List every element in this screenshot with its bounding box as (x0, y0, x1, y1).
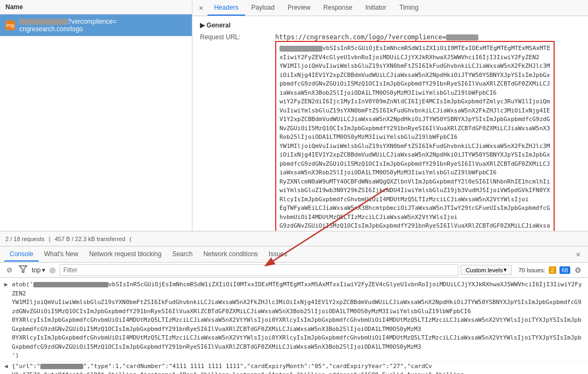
bottom-panel-close-button[interactable]: × (573, 250, 584, 259)
bottom-tab-console[interactable]: Console (4, 248, 39, 262)
tab-headers[interactable]: Headers (207, 1, 245, 16)
item-url: ?vercomplience= cngresearch.com/logo (19, 18, 117, 33)
bottom-tab-issues[interactable]: Issues (263, 248, 293, 262)
request-url-short: https://cngresearch.com/logo/?vercomplie… (275, 33, 580, 41)
console-text-2: {"url":"","type":1,"cardNumber":"4111 11… (12, 362, 584, 375)
console-line-1: ▶ atob('vbSIsInR5cGUiOjEsImNhcmRSdW1iZXI… (0, 280, 588, 362)
bottom-tabs-bar: Console What's New Network request block… (0, 246, 588, 263)
bottom-tab-whats-new[interactable]: What's New (39, 248, 84, 262)
bottom-tab-network-conditions[interactable]: Network conditions (198, 248, 263, 262)
blue-badge: 68 (560, 266, 570, 274)
tab-payload[interactable]: Payload (245, 1, 281, 16)
transferred-size: 457 B / 22.3 kB transferred (55, 236, 125, 242)
expand-icon-1[interactable]: ▶ (4, 280, 10, 290)
request-url-long-box: vbSIsInR5cGUiOjEsImNhcmRSdW1iZXIiOiI0MTE… (275, 41, 555, 231)
console-filter-input[interactable] (60, 264, 459, 276)
request-url-value: https://cngresearch.com/logo/?vercomplie… (275, 33, 580, 231)
bottom-tab-network-blocking[interactable]: Network request blocking (84, 248, 167, 262)
request-url-label: Request URL: (200, 33, 275, 41)
console-settings-button[interactable]: ⚙ (572, 266, 584, 274)
network-item[interactable]: img ?vercomplience= cngresearch.com/logo (0, 15, 192, 36)
expand-icon-2[interactable]: ◀ (4, 362, 10, 371)
general-section-title: ▶ General (200, 22, 580, 29)
tab-preview[interactable]: Preview (281, 1, 317, 16)
console-filter-icon[interactable] (17, 264, 30, 276)
console-clear-button[interactable]: ⊘ (4, 265, 15, 275)
detail-tabs-bar: × Headers Payload Preview Response Initi… (192, 0, 588, 16)
console-line-2: ◀ {"url":"","type":1,"cardNumber":"4111 … (0, 362, 588, 375)
network-status-bar: 2 / 18 requests | 457 B / 22.3 kB transf… (0, 231, 588, 246)
console-text-1: atob('vbSIsInR5cGUiOjEsImNhcmRSdW1iZXIiO… (12, 280, 584, 361)
top-label: top (32, 266, 41, 274)
tab-initiator[interactable]: Initiator (359, 1, 393, 16)
svg-marker-0 (19, 266, 27, 272)
tab-response[interactable]: Response (317, 1, 359, 16)
detail-pane: × Headers Payload Preview Response Initi… (192, 0, 588, 231)
network-left-pane: Name img ?vercomplience= cngresearch.com… (0, 0, 192, 231)
orange-badge: 2 (549, 266, 556, 274)
issues-count: 70 Issues: 2 68 (518, 266, 570, 274)
bottom-panel: Console What's New Network request block… (0, 246, 588, 374)
console-toolbar: ⊘ top ▾ ◎ Custom levels ▾ 70 Issues: 2 6… (0, 263, 588, 278)
tab-timing[interactable]: Timing (393, 1, 425, 16)
top-context-selector[interactable]: top ▾ (32, 266, 45, 274)
request-url-row: Request URL: https://cngresearch.com/log… (200, 33, 580, 231)
bottom-tab-search[interactable]: Search (167, 248, 198, 262)
item-icon: img (5, 20, 15, 30)
custom-levels-button[interactable]: Custom levels ▾ (461, 265, 512, 275)
headers-content: ▶ General Request URL: https://cngresear… (192, 16, 588, 231)
console-output: ▶ atob('vbSIsInR5cGUiOjEsImNhcmRSdW1iZXI… (0, 278, 588, 374)
name-column-header: Name (0, 0, 192, 15)
show-live-expressions-button[interactable]: ◎ (47, 265, 58, 275)
detail-close-button[interactable]: × (195, 2, 207, 15)
top-arrow-icon: ▾ (42, 266, 45, 274)
requests-count: 2 / 18 requests (5, 236, 45, 242)
extra-info: ( (130, 236, 132, 242)
